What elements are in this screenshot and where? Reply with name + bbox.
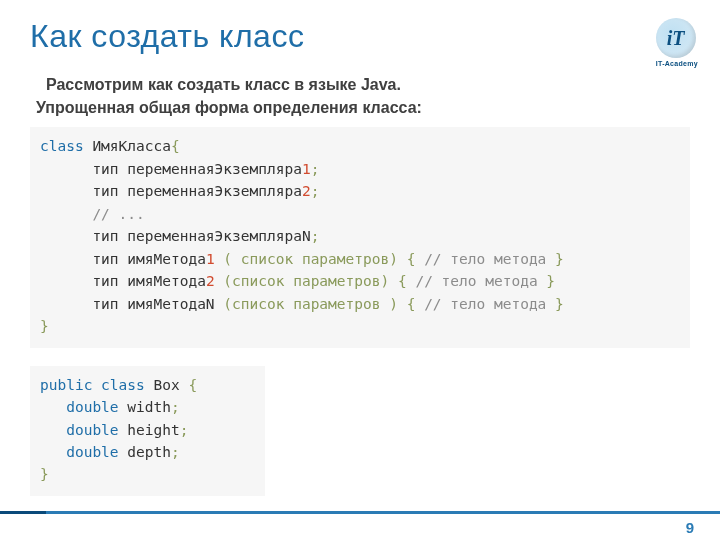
code-token: // ... [40,206,145,222]
code-token: } [40,318,49,334]
code-token: // тело метода [424,296,555,312]
code-token: ИмяКласса [84,138,171,154]
footer-divider-accent [0,511,46,514]
page-title: Как создать класс [30,18,690,55]
code-token: } [40,466,49,482]
code-token: тип имяМетода [40,273,206,289]
logo-label: IT-Academy [656,60,698,67]
slide: Как создать класс iT IT-Academy Рассмотр… [0,0,720,540]
code-token: double [40,444,119,460]
code-token: тип переменнаяЭкземпляраN [40,228,311,244]
code-block-syntax: class ИмяКласса{ тип переменнаяЭкземпляр… [30,127,690,347]
intro-line-1: Рассмотрим как создать класс в языке Jav… [46,73,690,96]
intro-line-2: Упрощенная общая форма определения класс… [36,96,690,119]
code-token: } [555,251,564,267]
logo-mark-text: iT [667,27,685,50]
code-token: ; [171,399,180,415]
code-token: height [119,422,180,438]
code-token: тип переменнаяЭкземпляра [40,161,302,177]
logo-icon: iT [656,18,696,58]
code-token: class [40,138,84,154]
footer-divider [0,511,720,514]
code-token: { [171,138,180,154]
code-token: width [119,399,171,415]
code-token: ; [180,422,189,438]
code-block-example: public class Box { double width; double … [30,366,265,496]
page-number: 9 [686,514,694,540]
code-token: double [40,399,119,415]
code-token: 1 [302,161,311,177]
code-token: (список параметров) { [215,273,416,289]
code-token: тип переменнаяЭкземпляра [40,183,302,199]
code-token: Box [145,377,189,393]
code-token: ; [311,228,320,244]
brand-logo: iT IT-Academy [656,18,698,67]
code-token: depth [119,444,171,460]
code-token: } [546,273,555,289]
code-token: double [40,422,119,438]
intro-text: Рассмотрим как создать класс в языке Jav… [46,73,690,119]
code-token: { [188,377,197,393]
code-token: ( список параметров) { [215,251,425,267]
code-token: // тело метода [415,273,546,289]
code-token: тип имяМетодаN [40,296,223,312]
code-token: ; [171,444,180,460]
code-token: ; [311,161,320,177]
code-token: public class [40,377,145,393]
code-token: 2 [206,273,215,289]
code-token: // тело метода [424,251,555,267]
code-token: (список параметров ) { [223,296,424,312]
code-token: } [555,296,564,312]
code-token: 2 [302,183,311,199]
code-token: ; [311,183,320,199]
code-token: 1 [206,251,215,267]
code-token: тип имяМетода [40,251,206,267]
